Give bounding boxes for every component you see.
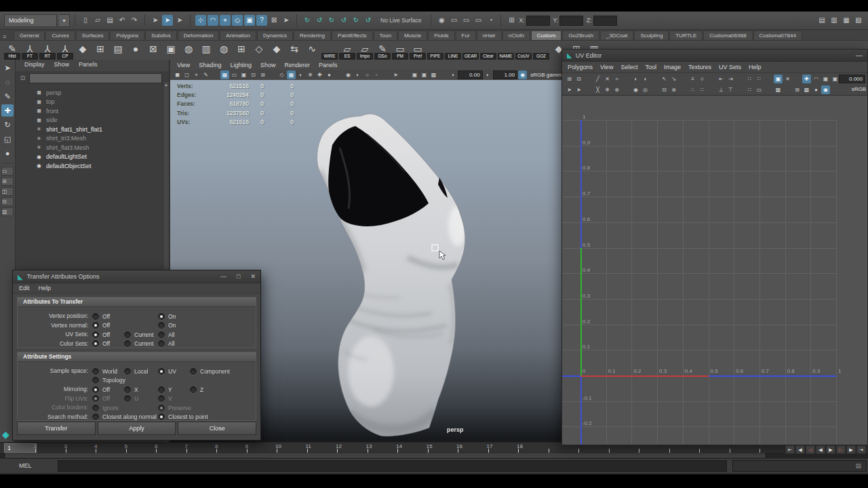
radio-button[interactable]: [92, 322, 99, 329]
uv-editor-menu-item[interactable]: Select: [620, 64, 637, 70]
menu-set-selector[interactable]: Modeling: [4, 14, 57, 27]
close-icon[interactable]: ✕: [250, 273, 256, 280]
history-off-icon[interactable]: ↺: [314, 15, 325, 26]
viewport-toolbar-icon[interactable]: ⌖: [192, 70, 201, 79]
radio-button[interactable]: [92, 313, 99, 320]
paint-select-tool[interactable]: ✎: [1, 90, 14, 102]
snap-viewplane-icon[interactable]: ▣: [244, 15, 255, 26]
script-editor-icon[interactable]: ▤: [855, 462, 861, 469]
uv-toolbar-icon[interactable]: ⇤: [717, 75, 726, 83]
radio-button[interactable]: [92, 377, 99, 384]
section-header[interactable]: Attributes To Transfer: [18, 298, 256, 307]
transfer-button[interactable]: Transfer: [17, 422, 96, 435]
outliner-item[interactable]: ✳ shirt_flat3:Mesh: [16, 143, 169, 152]
uv-toolbar-icon[interactable]: ◎: [641, 85, 650, 94]
menu-set-dropdown-arrow-icon[interactable]: ▼: [59, 14, 70, 27]
uv-toolbar-icon[interactable]: [622, 75, 631, 83]
radio-button[interactable]: [158, 322, 165, 329]
dialog-menu-item[interactable]: Edit: [19, 285, 30, 291]
uv-toolbar-icon[interactable]: [650, 85, 659, 94]
viewport-toolbar-icon[interactable]: [439, 70, 448, 79]
radio-button[interactable]: [158, 313, 165, 320]
play-backwards-button[interactable]: ◀: [816, 445, 825, 454]
viewport-menu-item[interactable]: Lighting: [230, 62, 252, 68]
uv-editor-menu-item[interactable]: Polygons: [568, 64, 593, 70]
shelf-tab[interactable]: Deformation: [178, 30, 220, 40]
uv-toolbar-icon[interactable]: ∷: [755, 75, 764, 83]
radio-button[interactable]: [158, 386, 165, 393]
viewport-toolbar-icon[interactable]: ◐: [353, 70, 362, 79]
viewport-toolbar-icon[interactable]: ▫: [372, 70, 381, 79]
radio-button[interactable]: [190, 368, 197, 375]
contrast-field[interactable]: 1.00: [493, 70, 518, 79]
grid-toggle-icon[interactable]: ▦: [220, 70, 229, 79]
tool-settings-toggle-icon[interactable]: ▥: [829, 15, 840, 26]
uv-toolbar-icon[interactable]: [707, 75, 716, 83]
uv-toolbar-icon[interactable]: [793, 75, 802, 83]
uv-toolbar-icon[interactable]: ⊹: [698, 75, 707, 83]
radio-button[interactable]: [190, 386, 197, 393]
transfer-arrows-button[interactable]: ⇆: [286, 42, 302, 58]
radio-button[interactable]: [92, 331, 99, 338]
radio-button[interactable]: [158, 340, 165, 347]
pm-button[interactable]: ▭ PM: [392, 42, 408, 58]
uv-editor-menu-item[interactable]: UV Sets: [719, 64, 741, 70]
outliner-item[interactable]: ◼ side: [16, 116, 169, 125]
shelf-tab[interactable]: Sculpting: [634, 30, 669, 40]
go-to-end-button[interactable]: ⇥: [856, 445, 866, 454]
uv-toolbar-icon[interactable]: ⊕: [669, 85, 678, 94]
new-scene-icon[interactable]: ▯: [80, 15, 91, 26]
uv-toolbar-icon[interactable]: ⊥: [717, 85, 726, 94]
single-pane-layout-button[interactable]: ▭: [1, 167, 14, 176]
undo-icon[interactable]: ↶: [117, 15, 127, 26]
render-settings-icon[interactable]: ▭: [473, 15, 484, 26]
wire-button[interactable]: WIRE: [321, 42, 338, 58]
radio-button[interactable]: [158, 405, 165, 411]
snap-projected-center-icon[interactable]: ◇: [232, 15, 243, 26]
uv-toolbar-icon[interactable]: ≡: [688, 75, 697, 83]
viewport-toolbar-icon[interactable]: ▩: [429, 70, 438, 79]
outputs-icon[interactable]: ↺: [363, 15, 374, 26]
uv-toolbar-icon[interactable]: [736, 85, 745, 94]
cp-button[interactable]: ⅄ CP: [57, 42, 73, 58]
uv-image-display-icon[interactable]: ▣: [774, 75, 783, 83]
move-tool[interactable]: ✚: [1, 104, 14, 117]
radio-button[interactable]: [92, 386, 99, 393]
viewport-toolbar-icon[interactable]: ◇: [277, 70, 286, 79]
goz-button[interactable]: GOZ: [533, 42, 549, 58]
range-slider[interactable]: [0, 453, 868, 458]
highlight-selection-icon[interactable]: ➤: [281, 15, 292, 26]
uv-toolbar-icon[interactable]: [736, 75, 745, 83]
outliner-menu-item[interactable]: Panels: [79, 61, 98, 71]
name-button[interactable]: NAME: [498, 42, 514, 58]
uv-toolbar-icon[interactable]: ✕: [603, 75, 612, 83]
uv-toolbar-icon[interactable]: ⊞: [793, 85, 802, 94]
sphere-button[interactable]: ●: [127, 42, 144, 58]
uv-grid-toggle-icon[interactable]: ✚: [802, 75, 811, 83]
split-pane-layout-button[interactable]: ⊟: [1, 197, 14, 206]
snap-grid-icon[interactable]: ⊹: [195, 15, 206, 26]
shelf-tab[interactable]: Customa07844: [753, 30, 802, 40]
select-object-icon[interactable]: ➤: [162, 15, 173, 26]
uv-toolbar-icon[interactable]: [783, 85, 792, 94]
step-back-key-button[interactable]: ◁: [806, 445, 815, 454]
radio-button[interactable]: [92, 413, 99, 420]
uv-toolbar-icon[interactable]: ⊟: [660, 85, 669, 94]
uv-toolbar-icon[interactable]: ◗: [631, 75, 640, 83]
construction-history-icon[interactable]: ↻: [302, 15, 313, 26]
poly-torus-button[interactable]: ◍: [216, 42, 232, 58]
go-to-start-button[interactable]: ⇤: [785, 445, 795, 454]
lasso-tool[interactable]: ◌: [1, 76, 14, 88]
viewport-menu-item[interactable]: Renderer: [284, 62, 310, 68]
search-filter-icon[interactable]: ⊡: [18, 75, 27, 81]
radio-button[interactable]: [92, 368, 99, 375]
ft-button[interactable]: ⅄ FT: [22, 42, 38, 58]
shelf-tab[interactable]: GoZBrush: [562, 30, 599, 40]
shelf-tab[interactable]: General: [14, 30, 45, 40]
poly-sphere-button[interactable]: ◍: [180, 42, 197, 58]
viewport-toolbar-icon[interactable]: ◼: [173, 70, 182, 79]
uv-toolbar-icon[interactable]: ▣: [821, 75, 830, 83]
outliner-item[interactable]: ✳ shirt_flat1_shirt_flat1: [16, 125, 169, 134]
poly-plane-button[interactable]: ◇: [251, 42, 267, 58]
uv-toolbar-icon[interactable]: [679, 85, 688, 94]
